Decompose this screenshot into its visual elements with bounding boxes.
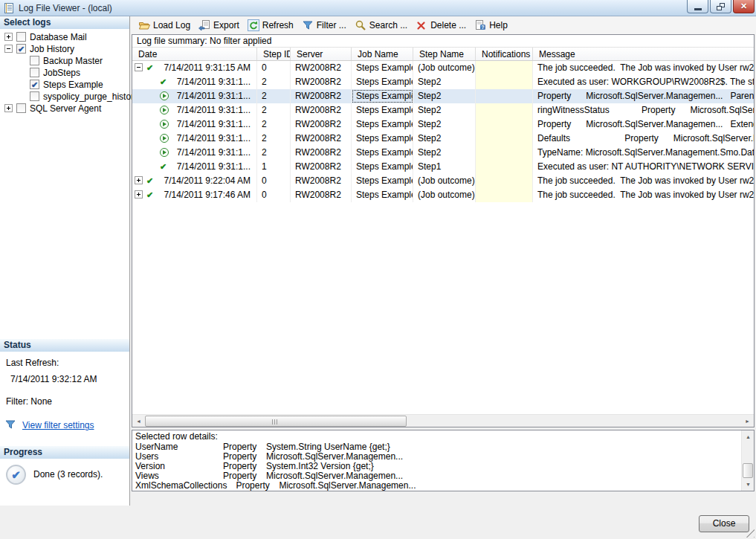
tree-item[interactable]: Database Mail	[0, 31, 129, 43]
cell-server[interactable]: RW2008R2	[291, 117, 352, 132]
cell-date[interactable]: 7/14/2011 9:31:1...	[132, 146, 257, 160]
horizontal-scrollbar-thumb[interactable]	[145, 416, 407, 427]
table-row[interactable]: 7/14/2011 9:31:1... 2 RW2008R2 Steps Exa…	[132, 117, 754, 132]
tree-checkbox[interactable]	[16, 32, 26, 42]
cell-step-name[interactable]: Step2	[413, 103, 476, 117]
cell-message[interactable]: The job succeeded. The Job was invoked b…	[533, 188, 754, 202]
toolbar-button-help[interactable]: ? Help	[471, 18, 513, 33]
cell-job-name[interactable]: Steps Example	[352, 117, 413, 132]
cell-date[interactable]: 7/14/2011 9:31:1...	[132, 89, 257, 103]
cell-job-name[interactable]: Steps Example	[352, 89, 413, 103]
tree-item[interactable]: ✔ Job History	[0, 43, 129, 55]
cell-server[interactable]: RW2008R2	[291, 103, 352, 117]
row-expand-toggle[interactable]	[135, 190, 143, 199]
cell-notifications[interactable]	[476, 146, 533, 160]
toolbar-button-load-log[interactable]: Load Log	[135, 18, 196, 33]
table-row[interactable]: ✔ 7/14/2011 9:17:46 AM 0 RW2008R2 Steps …	[132, 188, 754, 202]
cell-step-id[interactable]: 0	[257, 174, 291, 188]
cell-server[interactable]: RW2008R2	[291, 89, 352, 103]
table-row[interactable]: ✔ 7/14/2011 9:31:15 AM 0 RW2008R2 Steps …	[132, 61, 754, 75]
tree-item-label[interactable]: JobSteps	[43, 68, 80, 78]
cell-message[interactable]: ringWitnessStatus Property Microsoft.Sql…	[533, 103, 754, 117]
restore-button[interactable]	[710, 0, 731, 13]
minimize-button[interactable]	[687, 0, 708, 13]
column-header[interactable]: Notifications	[476, 48, 533, 60]
scroll-up-arrow-icon[interactable]: ▲	[742, 430, 755, 443]
tree-item-label[interactable]: Database Mail	[30, 32, 87, 42]
cell-notifications[interactable]	[476, 117, 533, 132]
column-header[interactable]: Job Name	[352, 48, 413, 60]
toolbar-button-delete[interactable]: Delete ...	[413, 18, 471, 33]
tree-item-label[interactable]: SQL Server Agent	[30, 103, 101, 114]
cell-notifications[interactable]	[476, 89, 533, 103]
cell-server[interactable]: RW2008R2	[291, 146, 352, 160]
cell-notifications[interactable]	[476, 174, 533, 188]
view-filter-settings-link[interactable]: View filter settings	[22, 420, 94, 430]
cell-step-name[interactable]: (Job outcome)	[413, 61, 476, 75]
cell-step-id[interactable]: 0	[257, 61, 291, 75]
scroll-right-arrow-icon[interactable]: ►	[741, 415, 754, 427]
cell-job-name[interactable]: Steps Example	[352, 75, 413, 89]
tree-item-label[interactable]: Backup Master	[43, 56, 103, 66]
cell-step-id[interactable]: 2	[257, 132, 291, 146]
cell-job-name[interactable]: Steps Example	[352, 160, 413, 174]
cell-job-name[interactable]: Steps Example	[352, 146, 413, 160]
cell-step-id[interactable]: 1	[257, 160, 291, 174]
cell-step-id[interactable]: 2	[257, 89, 291, 103]
column-header[interactable]: Date	[132, 48, 257, 60]
cell-date[interactable]: ✔ 7/14/2011 9:31:15 AM	[132, 61, 257, 75]
close-button[interactable]: Close	[699, 515, 749, 532]
scroll-left-arrow-icon[interactable]: ◄	[132, 415, 145, 427]
table-row[interactable]: 7/14/2011 9:31:1... 2 RW2008R2 Steps Exa…	[132, 89, 754, 103]
cell-step-id[interactable]: 2	[257, 146, 291, 160]
cell-message[interactable]: TypeName: Microsoft.SqlServer.Management…	[533, 146, 754, 160]
toolbar-button-search[interactable]: Search ...	[352, 18, 413, 33]
table-row[interactable]: 7/14/2011 9:31:1... 2 RW2008R2 Steps Exa…	[132, 146, 754, 160]
horizontal-scrollbar[interactable]: ◄ ►	[132, 414, 754, 427]
cell-step-name[interactable]: (Job outcome)	[413, 174, 476, 188]
tree-item[interactable]: JobSteps	[0, 67, 129, 79]
column-header[interactable]: Message	[533, 48, 754, 60]
cell-message[interactable]: The job succeeded. The Job was invoked b…	[533, 174, 754, 188]
cell-step-name[interactable]: Step1	[413, 160, 476, 174]
tree-item-label[interactable]: Job History	[30, 44, 74, 54]
tree-checkbox[interactable]	[30, 56, 39, 65]
tree-item-label[interactable]: Steps Example	[43, 80, 103, 90]
cell-notifications[interactable]	[476, 132, 533, 146]
tree-item[interactable]: ✔ Steps Example	[0, 79, 129, 91]
tree-checkbox[interactable]	[30, 68, 39, 77]
cell-step-name[interactable]: Step2	[413, 132, 476, 146]
cell-date[interactable]: ✔ 7/14/2011 9:31:1...	[132, 160, 257, 174]
table-row[interactable]: 7/14/2011 9:31:1... 2 RW2008R2 Steps Exa…	[132, 103, 754, 117]
cell-server[interactable]: RW2008R2	[291, 188, 352, 202]
cell-server[interactable]: RW2008R2	[291, 160, 352, 174]
cell-message[interactable]: Executed as user: NT AUTHORITY\NETWORK S…	[533, 160, 754, 174]
cell-notifications[interactable]	[476, 103, 533, 117]
row-expand-toggle[interactable]	[135, 63, 143, 71]
cell-step-name[interactable]: Step2	[413, 146, 476, 160]
cell-server[interactable]: RW2008R2	[291, 132, 352, 146]
cell-step-name[interactable]: Step2	[413, 117, 476, 132]
details-vertical-scrollbar[interactable]: ▲ ▼	[741, 430, 754, 491]
cell-step-name[interactable]: (Job outcome)	[413, 188, 476, 202]
tree-checkbox[interactable]: ✔	[16, 44, 26, 54]
column-header[interactable]: Step ID	[257, 48, 291, 60]
cell-job-name[interactable]: Steps Example	[352, 174, 413, 188]
cell-server[interactable]: RW2008R2	[291, 61, 352, 75]
column-header[interactable]: Server	[291, 48, 352, 60]
cell-step-name[interactable]: Step2	[413, 75, 476, 89]
cell-step-id[interactable]: 2	[257, 117, 291, 132]
cell-notifications[interactable]	[476, 160, 533, 174]
tree-item-label[interactable]: syspolicy_purge_history	[43, 91, 138, 102]
tree-checkbox[interactable]: ✔	[30, 80, 39, 89]
cell-server[interactable]: RW2008R2	[291, 75, 352, 89]
table-row[interactable]: ✔ 7/14/2011 9:22:04 AM 0 RW2008R2 Steps …	[132, 174, 754, 188]
table-row[interactable]: ✔ 7/14/2011 9:31:1... 2 RW2008R2 Steps E…	[132, 75, 754, 89]
cell-step-id[interactable]: 2	[257, 75, 291, 89]
toolbar-button-refresh[interactable]: Refresh	[245, 18, 299, 33]
column-header[interactable]: Step Name	[413, 48, 476, 60]
row-expand-toggle[interactable]	[135, 176, 143, 184]
tree-item[interactable]: syspolicy_purge_history	[0, 91, 129, 103]
table-row[interactable]: ✔ 7/14/2011 9:31:1... 1 RW2008R2 Steps E…	[132, 160, 754, 174]
cell-notifications[interactable]	[476, 188, 533, 202]
